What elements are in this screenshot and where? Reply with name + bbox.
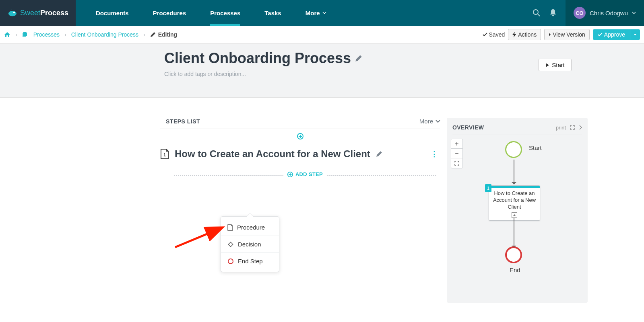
popover-decision[interactable]: Decision <box>221 236 279 252</box>
flow-card-expand[interactable]: + <box>512 212 517 218</box>
logo[interactable]: SweetProcess <box>0 0 76 26</box>
popover-end-step[interactable]: End Step <box>221 252 279 269</box>
approve-group: Approve <box>593 29 640 40</box>
step-row-1: 1 How to Create an Account for a New Cli… <box>160 136 440 166</box>
home-icon[interactable] <box>4 32 10 37</box>
flow-card-badge: 1 <box>485 184 491 192</box>
saved-indicator: Saved <box>483 31 505 38</box>
flow-end-node[interactable] <box>505 246 522 263</box>
svg-point-2 <box>533 10 538 14</box>
main-nav: Documents Procedures Processes Tasks Mor… <box>76 0 533 26</box>
chevron-down-icon <box>632 12 636 14</box>
play-icon <box>545 63 549 68</box>
steps-more-dropdown[interactable]: More <box>419 118 440 125</box>
breadcrumb-bar: › Processes › Client Onboarding Process … <box>0 26 644 44</box>
flow-start-node[interactable] <box>505 141 522 158</box>
flow-card-title: How to Create an Account for a New Clien… <box>489 188 540 211</box>
plus-circle-icon <box>287 172 293 177</box>
search-icon[interactable] <box>533 9 541 17</box>
breadcrumb: › Processes › Client Onboarding Process … <box>4 31 177 38</box>
check-icon <box>483 33 487 37</box>
flow-end-label: End <box>510 267 520 273</box>
flow-start-label: Start <box>529 144 542 151</box>
user-name: Chris Odogwu <box>590 10 628 16</box>
page-title: Client Onboarding Process <box>164 50 362 67</box>
nav-documents[interactable]: Documents <box>84 0 141 26</box>
caret-right-icon <box>549 33 551 37</box>
diamond-icon <box>227 241 234 248</box>
crumb-process-name[interactable]: Client Onboarding Process <box>71 31 138 38</box>
doc-icon: 1 <box>160 149 169 159</box>
svg-point-0 <box>8 11 17 16</box>
doc-stack-icon <box>22 32 29 37</box>
action-bar: Saved Actions View Version Approve <box>483 29 640 40</box>
step-title: How to Create an Account for a New Clien… <box>175 148 370 160</box>
view-version-button[interactable]: View Version <box>544 29 590 40</box>
svg-text:1: 1 <box>163 153 166 157</box>
nav-processes[interactable]: Processes <box>198 0 252 26</box>
start-button[interactable]: Start <box>539 59 572 71</box>
flow-edge <box>514 160 514 182</box>
overview-title: OVERVIEW <box>452 124 484 131</box>
pencil-icon <box>150 32 156 37</box>
logo-icon <box>7 9 18 17</box>
popover-procedure[interactable]: Procedure <box>221 219 279 236</box>
user-menu[interactable]: CO Chris Odogwu <box>566 0 644 26</box>
step-kebab-menu[interactable]: ⋮ <box>431 150 440 158</box>
nav-tasks[interactable]: Tasks <box>252 0 293 26</box>
svg-point-1 <box>13 12 15 13</box>
plus-circle-icon[interactable] <box>297 133 303 139</box>
overview-controls: print <box>556 125 582 131</box>
crumb-editing: Editing <box>150 31 177 38</box>
top-bar: SweetProcess Documents Procedures Proces… <box>0 0 644 26</box>
bolt-icon <box>512 32 516 37</box>
doc-icon <box>227 224 233 231</box>
pencil-icon[interactable] <box>376 151 382 157</box>
add-step-popover: Procedure Decision End Step <box>221 216 279 272</box>
insert-step-top <box>164 129 436 136</box>
title-region: Client Onboarding Process Click to add t… <box>0 44 644 98</box>
actions-button[interactable]: Actions <box>508 29 541 40</box>
topbar-right: CO Chris Odogwu <box>533 0 644 26</box>
check-icon <box>598 33 603 37</box>
print-link[interactable]: print <box>556 125 566 131</box>
flow-edge <box>514 218 514 246</box>
flow-step-card[interactable]: 1 How to Create an Account for a New Cli… <box>489 185 540 221</box>
approve-button[interactable]: Approve <box>593 29 630 40</box>
steps-list-title: STEPS LIST <box>166 118 200 125</box>
add-step-divider: ADD STEP <box>174 175 436 176</box>
tag-description-hint[interactable]: Click to add tags or description... <box>164 71 362 77</box>
svg-rect-7 <box>228 242 233 246</box>
steps-panel: STEPS LIST More 1 How to Create an Accou… <box>160 118 440 303</box>
steps-header: STEPS LIST More <box>160 118 440 129</box>
chevron-down-icon <box>322 12 326 14</box>
avatar: CO <box>574 7 586 19</box>
svg-line-3 <box>538 14 540 16</box>
circle-icon <box>227 258 234 265</box>
add-step-button[interactable]: ADD STEP <box>283 171 327 177</box>
pencil-icon[interactable] <box>355 55 362 62</box>
nav-procedures[interactable]: Procedures <box>141 0 198 26</box>
chevron-down-icon <box>436 120 440 123</box>
svg-point-8 <box>228 259 233 264</box>
expand-icon[interactable] <box>570 125 575 130</box>
overview-header: OVERVIEW print <box>452 122 582 135</box>
chevron-right-icon[interactable] <box>579 125 582 130</box>
nav-more[interactable]: More <box>293 0 339 26</box>
content-area: STEPS LIST More 1 How to Create an Accou… <box>56 118 588 303</box>
crumb-processes[interactable]: Processes <box>33 31 60 38</box>
flow-canvas: Start 1 How to Create an Account for a N… <box>447 138 588 303</box>
overview-panel: OVERVIEW print + − Start 1 How to Create… <box>447 118 588 303</box>
caret-down-icon <box>634 34 637 36</box>
bell-icon[interactable] <box>549 9 557 17</box>
approve-dropdown[interactable] <box>630 29 640 40</box>
